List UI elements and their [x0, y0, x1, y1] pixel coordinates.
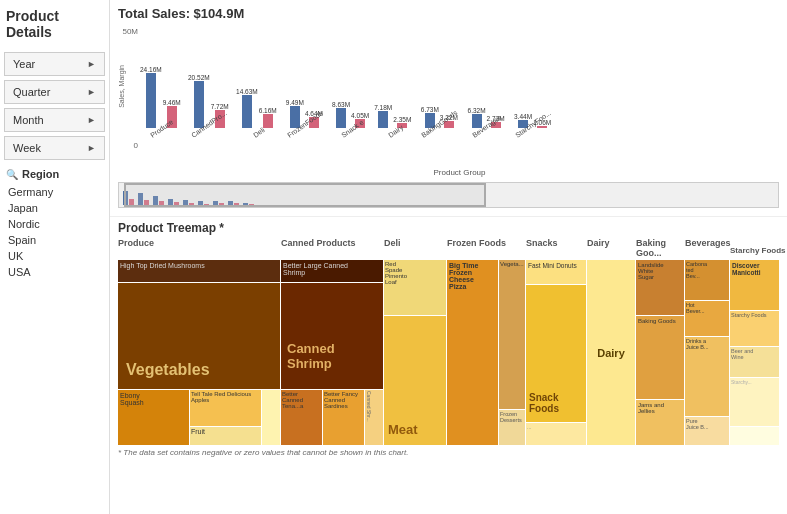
page-title: Product Details — [4, 4, 105, 44]
treemap-note: * The data set contains negative or zero… — [118, 448, 779, 457]
treemap-cell-sugar[interactable]: LandslideWhiteSugar — [636, 260, 684, 315]
treemap-cell-mini-donuts[interactable]: Fast Mini Donuts — [526, 260, 586, 284]
treemap-cell-pure-juice[interactable]: PureJuice B... — [685, 417, 729, 445]
treemap-cell-vegeta[interactable]: Vegeta... — [499, 260, 525, 409]
x-axis-label: Product Group — [140, 168, 779, 177]
month-filter[interactable]: Month ► — [4, 108, 105, 132]
y-axis-label: Sales, Margin — [118, 65, 125, 108]
chevron-icon: ► — [87, 87, 96, 97]
treemap-cell-canned-small[interactable]: Canned Shr... — [365, 390, 383, 445]
region-item-germany[interactable]: Germany — [4, 184, 105, 200]
year-filter[interactable]: Year ► — [4, 52, 105, 76]
region-item-uk[interactable]: UK — [4, 248, 105, 264]
treemap-cell-fruit[interactable]: Fruit — [190, 427, 261, 445]
treemap-cell-beer-wine[interactable]: Beer andWine — [730, 347, 779, 377]
treemap-cell-snack-foods[interactable]: Snack Foods — [526, 285, 586, 422]
treemap-cell-produce-small[interactable] — [262, 390, 280, 445]
treemap-col-header-deli: Deli — [384, 238, 446, 258]
treemap-cell-tell-tale[interactable]: Tell Tale Red DeliciousApples — [190, 390, 261, 426]
region-item-usa[interactable]: USA — [4, 264, 105, 280]
treemap-col-header-starchy2: Starchy Foods — [730, 246, 786, 255]
treemap-col-header-canned: Canned Products — [281, 238, 383, 258]
y-axis-bottom: 0 — [118, 141, 138, 150]
treemap-cell-dairy[interactable]: Dairy — [587, 260, 635, 445]
treemap-col-header-snacks: Snacks — [526, 238, 586, 258]
region-item-nordic[interactable]: Nordic — [4, 216, 105, 232]
treemap-cell-frozen-desserts[interactable]: FrozenDesserts — [499, 410, 525, 445]
treemap-cell-hot-bev[interactable]: HotBever... — [685, 301, 729, 336]
chart-title: Total Sales: $104.9M — [118, 6, 779, 21]
treemap-cell-ebony-squash[interactable]: EbonySquash — [118, 390, 189, 445]
treemap-cell-large-shrimp[interactable]: Better Large CannedShrimp — [281, 260, 383, 282]
treemap-cell-drinks-juice[interactable]: Drinks aJuice B... — [685, 337, 729, 416]
treemap-col-header-frozen: Frozen Foods — [447, 238, 525, 258]
region-header: 🔍 Region — [4, 168, 105, 180]
treemap-cell-baking-goods[interactable]: Baking Goods — [636, 316, 684, 399]
treemap-cell-pizza[interactable]: Big TimeFrozenCheesePizza — [447, 260, 498, 445]
search-icon: 🔍 — [6, 169, 18, 180]
region-item-japan[interactable]: Japan — [4, 200, 105, 216]
treemap-col-header-beverages: Beverages — [685, 238, 729, 258]
scroll-indicator[interactable] — [124, 183, 486, 207]
treemap-title: Product Treemap * — [118, 221, 779, 235]
treemap-col-header-dairy: Dairy — [587, 238, 635, 258]
treemap-cell-pimento[interactable]: RedSpadePimentoLoaf — [384, 260, 446, 315]
chevron-icon: ► — [87, 115, 96, 125]
y-axis-top: 50M — [118, 27, 138, 36]
treemap-col-header-produce: Produce — [118, 238, 280, 258]
treemap-cell-carbonated[interactable]: CarbonatedBev... — [685, 260, 729, 300]
treemap-cell-discover-manicotti[interactable]: DiscoverManicotti — [730, 260, 779, 310]
treemap-cell-meat[interactable]: Meat — [384, 316, 446, 445]
treemap-cell-snacks-small[interactable]: ... — [526, 423, 586, 445]
treemap-cell-better-canned[interactable]: BetterCannedTena...a — [281, 390, 322, 445]
treemap-col-header-baking: Baking Goo... — [636, 238, 684, 258]
treemap-cell-starchy-small2[interactable] — [730, 427, 779, 445]
treemap-cell-starchy-small1[interactable]: Starchy... — [730, 378, 779, 426]
treemap-body: High Top Dried Mushrooms Vegetables Ebon… — [118, 260, 779, 445]
treemap-cell-jams[interactable]: Jams andJellies — [636, 400, 684, 445]
chevron-icon: ► — [87, 59, 96, 69]
week-filter[interactable]: Week ► — [4, 136, 105, 160]
chevron-icon: ► — [87, 143, 96, 153]
region-item-spain[interactable]: Spain — [4, 232, 105, 248]
treemap-cell-mushrooms[interactable]: High Top Dried Mushrooms — [118, 260, 280, 282]
treemap-cell-fancy-sardines[interactable]: Better FancyCannedSardines — [323, 390, 364, 445]
quarter-filter[interactable]: Quarter ► — [4, 80, 105, 104]
treemap-cell-starchy-foods[interactable]: Starchy Foods — [730, 311, 779, 346]
treemap-cell-vegetables[interactable]: Vegetables — [118, 283, 280, 389]
treemap-cell-canned-shrimp[interactable]: CannedShrimp — [281, 283, 383, 389]
